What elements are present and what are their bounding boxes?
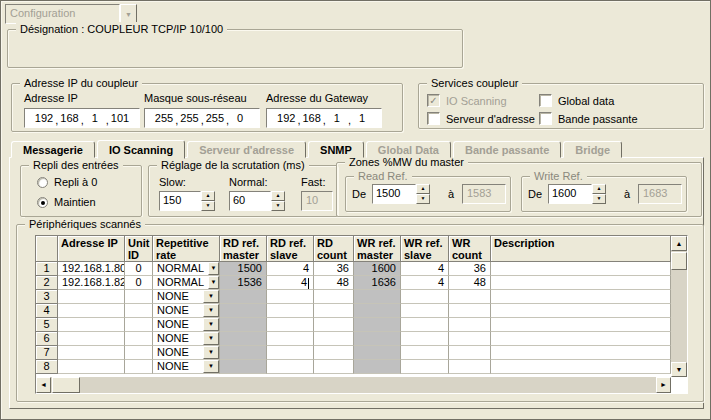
chevron-down-icon[interactable]: ▼ xyxy=(203,360,219,373)
tab-bridge[interactable]: Bridge xyxy=(563,141,622,158)
cell-unit[interactable] xyxy=(125,318,153,332)
chevron-down-icon[interactable]: ▼ xyxy=(203,290,219,303)
horizontal-scrollbar-thumb[interactable] xyxy=(52,377,80,393)
scroll-right-icon[interactable]: ► xyxy=(656,377,671,393)
cell-rd_slave[interactable] xyxy=(267,304,314,318)
cell-rate[interactable]: NONE▼ xyxy=(153,318,220,332)
cell-wr_slave[interactable] xyxy=(401,332,449,346)
cell-wr_slave[interactable]: 4 xyxy=(401,262,449,276)
spin-down-icon[interactable]: ▼ xyxy=(592,194,606,204)
vertical-scrollbar[interactable]: ▲ ▼ xyxy=(671,236,687,377)
cell-rd_slave[interactable] xyxy=(267,360,314,374)
cell-rd_master[interactable]: 1536 xyxy=(220,276,267,290)
read-ref-from-value[interactable]: 1500 xyxy=(372,184,416,204)
cell-desc[interactable] xyxy=(491,276,671,290)
cell-wr_count[interactable] xyxy=(449,346,491,360)
radio-repli-0[interactable]: Repli à 0 xyxy=(37,176,97,188)
cell-wr_master[interactable] xyxy=(354,360,401,374)
cell-wr_slave[interactable] xyxy=(401,290,449,304)
spin-down-icon[interactable]: ▼ xyxy=(201,201,215,211)
tab-messagerie[interactable]: Messagerie xyxy=(11,141,95,158)
checkbox-bande-passante[interactable]: Bande passante xyxy=(539,112,638,125)
ip-field-input[interactable]: 255,255,255,0 xyxy=(144,108,260,128)
cell-wr_count[interactable] xyxy=(449,290,491,304)
tab-snmp[interactable]: SNMP xyxy=(308,141,364,158)
scroll-left-icon[interactable]: ◄ xyxy=(36,377,51,393)
cell-rd_count[interactable] xyxy=(314,318,354,332)
cell-ip[interactable] xyxy=(58,360,125,374)
cell-wr_slave[interactable] xyxy=(401,318,449,332)
chevron-down-icon[interactable]: ▼ xyxy=(120,4,137,24)
cell-wr_master[interactable] xyxy=(354,290,401,304)
cell-desc[interactable] xyxy=(491,290,671,304)
cell-rd_slave[interactable] xyxy=(267,318,314,332)
cell-ip[interactable] xyxy=(58,304,125,318)
tab-global-data[interactable]: Global Data xyxy=(366,141,451,158)
cell-ip[interactable] xyxy=(58,290,125,304)
cell-rate[interactable]: NORMAL▼ xyxy=(153,262,220,276)
read-ref-from-spinner[interactable]: 1500 ▲▼ xyxy=(372,184,430,204)
cell-wr_master[interactable] xyxy=(354,304,401,318)
cell-wr_slave[interactable] xyxy=(401,346,449,360)
radio-dot[interactable] xyxy=(37,197,48,208)
scan-rate-spinner[interactable]: 150▲▼ xyxy=(159,191,215,211)
cell-rd_master[interactable]: 1500 xyxy=(220,262,267,276)
checkbox-box[interactable] xyxy=(539,94,552,107)
cell-unit[interactable]: 0 xyxy=(125,276,153,290)
ip-field-input[interactable]: 192,168,1,101 xyxy=(24,108,140,128)
cell-rd_slave[interactable] xyxy=(267,290,314,304)
scroll-down-icon[interactable]: ▼ xyxy=(671,362,687,377)
cell-unit[interactable] xyxy=(125,304,153,318)
cell-wr_master[interactable] xyxy=(354,318,401,332)
checkbox-box[interactable] xyxy=(427,112,440,125)
cell-rate[interactable]: NONE▼ xyxy=(153,290,220,304)
cell-ip[interactable] xyxy=(58,332,125,346)
scan-rate-value[interactable]: 60 xyxy=(229,191,271,211)
cell-unit[interactable] xyxy=(125,332,153,346)
cell-rd_count[interactable] xyxy=(314,360,354,374)
cell-rate[interactable]: NONE▼ xyxy=(153,332,220,346)
cell-wr_slave[interactable] xyxy=(401,360,449,374)
chevron-down-icon[interactable]: ▼ xyxy=(203,318,219,331)
cell-desc[interactable] xyxy=(491,332,671,346)
cell-wr_count[interactable]: 48 xyxy=(449,276,491,290)
cell-rate[interactable]: NORMAL▼ xyxy=(153,276,220,290)
cell-rd_count[interactable] xyxy=(314,346,354,360)
cell-wr_count[interactable] xyxy=(449,332,491,346)
cell-wr_count[interactable] xyxy=(449,318,491,332)
spin-up-icon[interactable]: ▲ xyxy=(592,184,606,194)
radio-maintien[interactable]: Maintien xyxy=(37,196,96,208)
cell-desc[interactable] xyxy=(491,262,671,276)
spin-down-icon[interactable]: ▼ xyxy=(271,201,285,211)
spin-down-icon[interactable]: ▼ xyxy=(416,194,430,204)
cell-unit[interactable] xyxy=(125,346,153,360)
cell-wr_master[interactable] xyxy=(354,332,401,346)
cell-rd_count[interactable]: 48 xyxy=(314,276,354,290)
cell-desc[interactable] xyxy=(491,346,671,360)
spin-up-icon[interactable]: ▲ xyxy=(416,184,430,194)
cell-wr_count[interactable] xyxy=(449,304,491,318)
cell-wr_count[interactable] xyxy=(449,360,491,374)
cell-rd_count[interactable] xyxy=(314,304,354,318)
chevron-down-icon[interactable]: ▼ xyxy=(203,304,219,317)
cell-unit[interactable]: 0 xyxy=(125,262,153,276)
scroll-up-icon[interactable]: ▲ xyxy=(671,236,687,251)
vertical-scrollbar-thumb[interactable] xyxy=(671,252,687,270)
cell-rate[interactable]: NONE▼ xyxy=(153,360,220,374)
cell-rd_master[interactable] xyxy=(220,290,267,304)
spin-up-icon[interactable]: ▲ xyxy=(201,191,215,201)
cell-rd_master[interactable] xyxy=(220,304,267,318)
cell-rd_count[interactable] xyxy=(314,290,354,304)
tab-io-scanning[interactable]: IO Scanning xyxy=(97,140,185,159)
chevron-down-icon[interactable]: ▼ xyxy=(208,276,219,289)
chevron-down-icon[interactable]: ▼ xyxy=(203,346,219,359)
checkbox-box[interactable]: ✓ xyxy=(427,94,440,107)
write-ref-from-value[interactable]: 1600 xyxy=(548,184,592,204)
cell-rd_master[interactable] xyxy=(220,360,267,374)
cell-wr_master[interactable]: 1600 xyxy=(354,262,401,276)
cell-rate[interactable]: NONE▼ xyxy=(153,346,220,360)
checkbox-box[interactable] xyxy=(539,112,552,125)
tab-bande-passante[interactable]: Bande passante xyxy=(453,141,561,158)
chevron-down-icon[interactable]: ▼ xyxy=(203,332,219,345)
cell-wr_slave[interactable] xyxy=(401,304,449,318)
